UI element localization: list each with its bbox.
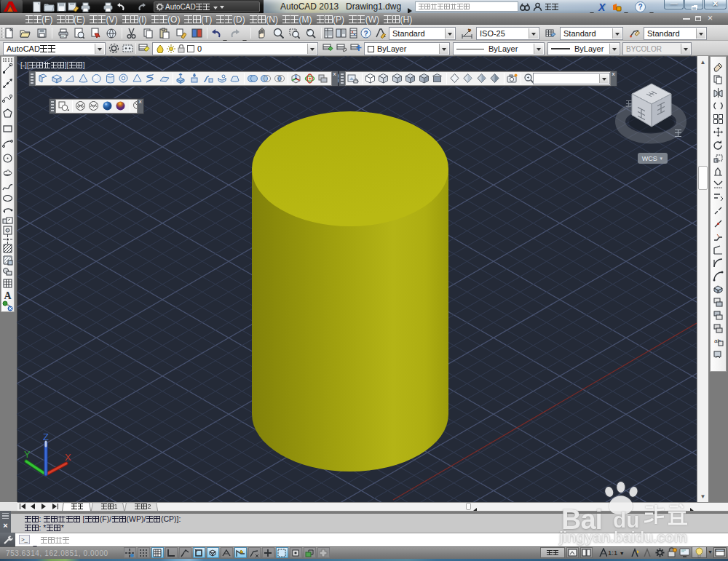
- svg-text:Y: Y: [24, 449, 31, 460]
- svg-text:?: ?: [363, 30, 368, 38]
- svg-text:X: X: [65, 452, 71, 463]
- svg-text:A: A: [4, 290, 12, 301]
- svg-text:Z: Z: [43, 431, 49, 442]
- svg-text:?: ?: [638, 3, 642, 11]
